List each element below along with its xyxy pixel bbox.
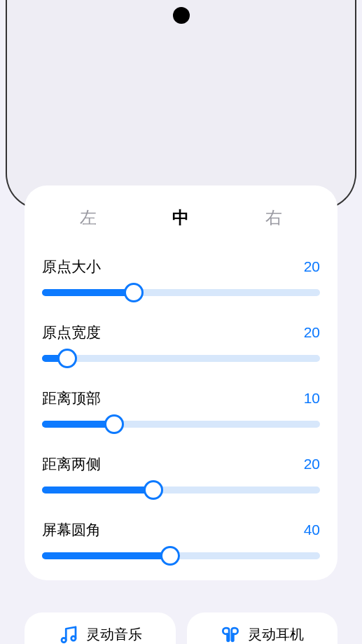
earbuds-icon xyxy=(220,624,241,645)
music-icon xyxy=(58,624,79,645)
slider-fill xyxy=(42,421,114,428)
slider-side-distance: 距离两侧 20 xyxy=(42,454,320,493)
slider-label: 原点宽度 xyxy=(42,323,101,342)
option-dynamic-earbuds[interactable]: 灵动耳机 xyxy=(187,612,338,644)
slider-value: 10 xyxy=(304,390,320,407)
slider-track[interactable] xyxy=(42,289,320,296)
slider-value: 20 xyxy=(304,456,320,472)
slider-label: 距离两侧 xyxy=(42,454,101,474)
position-tabs: 左 中 右 xyxy=(42,206,320,229)
tab-left[interactable]: 左 xyxy=(80,206,97,229)
slider-fill xyxy=(42,289,134,296)
notch-dot xyxy=(173,7,190,24)
slider-value: 20 xyxy=(304,258,320,275)
slider-label: 原点大小 xyxy=(42,257,101,276)
svg-point-0 xyxy=(62,638,66,642)
bottom-option-cards: 灵动音乐 灵动耳机 xyxy=(25,612,337,644)
slider-thumb[interactable] xyxy=(160,546,180,566)
option-label: 灵动耳机 xyxy=(248,625,304,644)
slider-thumb[interactable] xyxy=(124,283,144,302)
slider-track[interactable] xyxy=(42,486,320,493)
slider-label: 距离顶部 xyxy=(42,388,101,408)
tab-right[interactable]: 右 xyxy=(265,206,282,229)
slider-fill xyxy=(42,552,170,559)
slider-dot-width: 原点宽度 20 xyxy=(42,323,320,362)
tab-center[interactable]: 中 xyxy=(172,206,189,229)
slider-value: 40 xyxy=(304,522,320,538)
svg-point-1 xyxy=(71,636,76,640)
slider-top-distance: 距离顶部 10 xyxy=(42,388,320,428)
slider-thumb[interactable] xyxy=(57,349,77,368)
slider-value: 20 xyxy=(304,324,320,341)
slider-thumb[interactable] xyxy=(144,480,163,500)
slider-label: 屏幕圆角 xyxy=(42,520,101,540)
settings-card: 左 中 右 原点大小 20 原点宽度 20 距离顶部 10 xyxy=(25,186,337,580)
option-label: 灵动音乐 xyxy=(86,625,142,644)
phone-preview-frame xyxy=(6,0,356,210)
slider-track[interactable] xyxy=(42,552,320,559)
slider-thumb[interactable] xyxy=(104,414,124,434)
option-dynamic-music[interactable]: 灵动音乐 xyxy=(25,612,176,644)
slider-track[interactable] xyxy=(42,355,320,362)
slider-dot-size: 原点大小 20 xyxy=(42,257,320,296)
slider-fill xyxy=(42,486,153,493)
slider-screen-corner: 屏幕圆角 40 xyxy=(42,520,320,559)
slider-track[interactable] xyxy=(42,421,320,428)
